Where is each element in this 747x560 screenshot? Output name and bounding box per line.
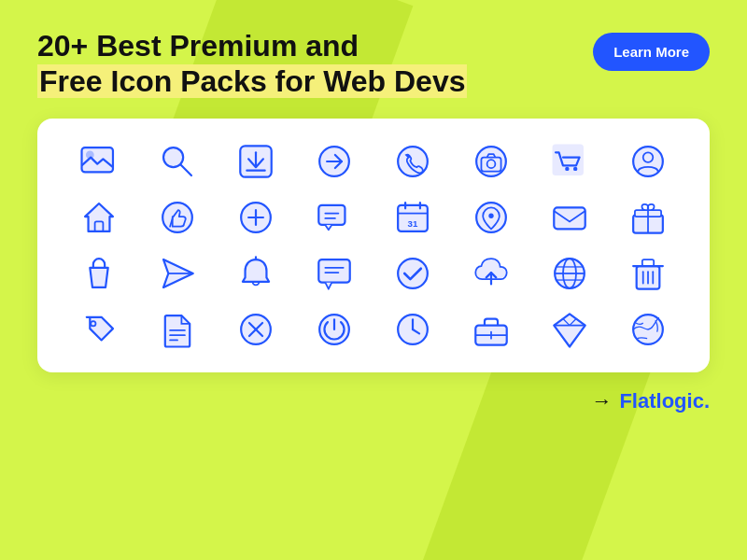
close-circle-icon (222, 309, 289, 350)
search-icon (144, 141, 211, 182)
cloud-upload-icon (458, 253, 525, 294)
footer-arrow-icon: → (591, 389, 612, 413)
phone-icon (379, 141, 446, 182)
svg-line-3 (181, 164, 191, 175)
svg-point-45 (398, 259, 428, 288)
icon-panel: 31 (37, 119, 710, 372)
svg-text:31: 31 (408, 217, 418, 228)
thumbs-up-icon (144, 197, 211, 238)
footer-logo: Flatlogic. (619, 389, 710, 413)
svg-marker-73 (554, 314, 585, 346)
camera-icon (458, 141, 525, 182)
add-circle-icon (222, 197, 289, 238)
svg-point-14 (565, 167, 569, 171)
svg-point-34 (488, 213, 493, 217)
svg-rect-0 (82, 147, 113, 172)
trash-icon (614, 253, 682, 294)
bell-icon (222, 253, 289, 294)
svg-point-15 (573, 167, 577, 171)
power-icon (301, 309, 368, 350)
message-icon (301, 253, 368, 294)
svg-rect-25 (318, 205, 345, 225)
location-icon (458, 197, 525, 238)
clock-icon (379, 309, 446, 350)
footer-brand: → Flatlogic. (37, 389, 710, 413)
globe-icon (536, 253, 603, 294)
title-line1: 20+ Best Premium and (37, 28, 467, 63)
download-icon (222, 141, 289, 182)
icon-grid: 31 (65, 141, 682, 350)
calendar-icon: 31 (379, 197, 446, 238)
gift-icon (614, 197, 682, 238)
diamond-icon (536, 309, 603, 350)
chat-icon (301, 197, 368, 238)
svg-rect-42 (318, 259, 349, 283)
user-icon (614, 141, 682, 182)
title-block: 20+ Best Premium and Free Icon Packs for… (37, 28, 467, 100)
briefcase-icon (458, 309, 525, 350)
cart-icon (536, 141, 603, 182)
image-icon (65, 141, 133, 182)
home-icon (65, 197, 133, 238)
title-line2: Free Icon Packs for Web Devs (37, 64, 467, 98)
tag-icon (65, 309, 133, 350)
svg-point-20 (162, 203, 192, 232)
svg-rect-35 (554, 207, 585, 229)
earth-icon (614, 309, 682, 350)
send-icon (144, 253, 211, 294)
svg-marker-18 (85, 203, 113, 231)
shopping-bag-icon (65, 253, 133, 294)
header: 20+ Best Premium and Free Icon Packs for… (37, 28, 710, 100)
mail-icon (536, 197, 603, 238)
document-icon (144, 309, 211, 350)
learn-more-button[interactable]: Learn More (593, 33, 710, 71)
check-circle-icon (379, 253, 446, 294)
arrow-right-icon (301, 141, 368, 182)
